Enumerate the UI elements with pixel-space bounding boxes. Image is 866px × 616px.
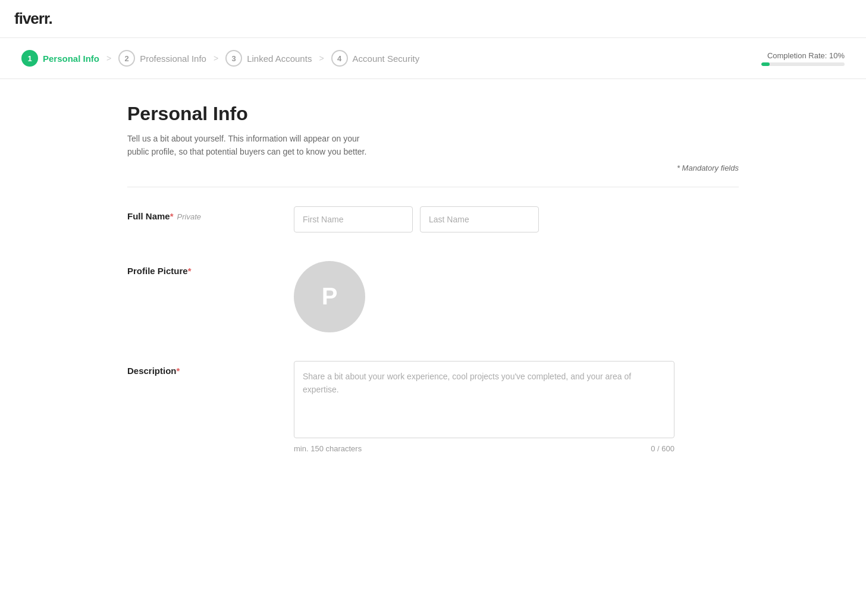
step-label-1: Personal Info bbox=[43, 54, 99, 64]
completion-text: Completion Rate: 10% bbox=[767, 51, 845, 60]
header: fiverr. bbox=[0, 0, 866, 38]
description-label-col: Description* bbox=[127, 361, 270, 376]
step-circle-3: 3 bbox=[225, 50, 242, 67]
full-name-row: Full Name*Private bbox=[127, 206, 739, 232]
stepper-nav: 1 Personal Info > 2 Professional Info > … bbox=[0, 38, 866, 79]
step-separator-2: > bbox=[214, 54, 218, 63]
description-row: Description* min. 150 characters 0 / 600 bbox=[127, 361, 739, 453]
profile-picture-field: P bbox=[294, 261, 739, 332]
completion-rate: Completion Rate: 10% bbox=[761, 51, 845, 66]
main-content: Personal Info Tell us a bit about yourse… bbox=[106, 79, 760, 505]
page-title: Personal Info bbox=[127, 103, 739, 125]
step-label-4: Account Security bbox=[353, 54, 420, 64]
step-circle-4: 4 bbox=[331, 50, 348, 67]
mandatory-note: * Mandatory fields bbox=[127, 164, 739, 172]
step-label-3: Linked Accounts bbox=[247, 54, 312, 64]
description-wrapper: min. 150 characters 0 / 600 bbox=[294, 361, 674, 453]
first-name-input[interactable] bbox=[294, 206, 413, 232]
profile-picture-label: Profile Picture* bbox=[127, 266, 192, 276]
description-meta: min. 150 characters 0 / 600 bbox=[294, 444, 674, 453]
name-inputs bbox=[294, 206, 739, 232]
full-name-label: Full Name*Private bbox=[127, 211, 201, 221]
char-count: 0 / 600 bbox=[651, 444, 674, 453]
step-circle-1: 1 bbox=[21, 50, 38, 67]
step-circle-2: 2 bbox=[118, 50, 135, 67]
min-chars-label: min. 150 characters bbox=[294, 444, 362, 453]
profile-avatar[interactable]: P bbox=[294, 261, 365, 332]
step-linked-accounts[interactable]: 3 Linked Accounts bbox=[225, 50, 312, 67]
description-label: Description* bbox=[127, 366, 180, 376]
fiverr-logo: fiverr. bbox=[14, 10, 52, 28]
section-divider bbox=[127, 187, 739, 187]
description-field: min. 150 characters 0 / 600 bbox=[294, 361, 739, 453]
step-personal-info[interactable]: 1 Personal Info bbox=[21, 50, 99, 67]
full-name-fields bbox=[294, 206, 739, 232]
stepper-steps: 1 Personal Info > 2 Professional Info > … bbox=[21, 50, 419, 67]
step-account-security[interactable]: 4 Account Security bbox=[331, 50, 420, 67]
progress-bar-fill bbox=[761, 62, 770, 66]
step-professional-info[interactable]: 2 Professional Info bbox=[118, 50, 206, 67]
description-textarea[interactable] bbox=[294, 361, 674, 438]
avatar-letter: P bbox=[322, 283, 338, 310]
page-subtitle: Tell us a bit about yourself. This infor… bbox=[127, 132, 377, 159]
step-label-2: Professional Info bbox=[140, 54, 206, 64]
progress-bar-track bbox=[761, 62, 845, 66]
profile-picture-row: Profile Picture* P bbox=[127, 261, 739, 332]
full-name-label-col: Full Name*Private bbox=[127, 206, 270, 222]
step-separator-3: > bbox=[319, 54, 324, 63]
last-name-input[interactable] bbox=[420, 206, 539, 232]
step-separator-1: > bbox=[106, 54, 111, 63]
private-badge: Private bbox=[177, 212, 201, 221]
profile-picture-label-col: Profile Picture* bbox=[127, 261, 270, 276]
